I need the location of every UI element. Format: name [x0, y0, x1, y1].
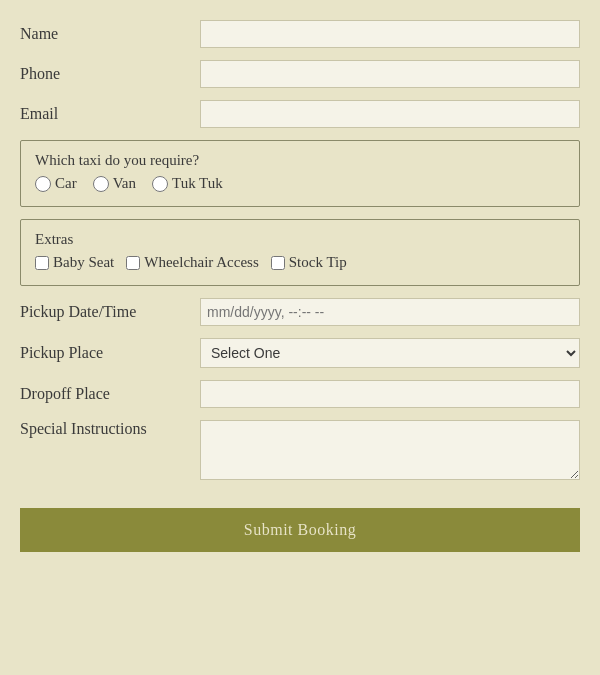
phone-row: Phone — [20, 60, 580, 88]
pickup-place-label: Pickup Place — [20, 344, 200, 362]
extra-wheelchair[interactable]: Wheelchair Access — [126, 254, 259, 271]
taxi-tuktuk-label: Tuk Tuk — [172, 175, 223, 192]
taxi-car-label: Car — [55, 175, 77, 192]
email-input[interactable] — [200, 100, 580, 128]
dropoff-place-input[interactable] — [200, 380, 580, 408]
extras-checkbox-group: Baby Seat Wheelchair Access Stock Tip — [35, 254, 565, 271]
booking-form: Name Phone Email Which taxi do you requi… — [20, 20, 580, 552]
taxi-option-car[interactable]: Car — [35, 175, 77, 192]
pickup-datetime-label: Pickup Date/Time — [20, 303, 200, 321]
taxi-type-legend: Which taxi do you require? — [31, 152, 203, 168]
pickup-place-select[interactable]: Select One Airport Train Station Hotel — [200, 338, 580, 368]
name-input[interactable] — [200, 20, 580, 48]
special-instructions-input[interactable] — [200, 420, 580, 480]
checkbox-stock-tip[interactable] — [271, 256, 285, 270]
phone-label: Phone — [20, 65, 200, 83]
dropoff-place-row: Dropoff Place — [20, 380, 580, 408]
taxi-radio-car[interactable] — [35, 176, 51, 192]
pickup-place-row: Pickup Place Select One Airport Train St… — [20, 338, 580, 368]
taxi-radio-tuktuk[interactable] — [152, 176, 168, 192]
checkbox-wheelchair[interactable] — [126, 256, 140, 270]
pickup-datetime-input[interactable] — [200, 298, 580, 326]
phone-input[interactable] — [200, 60, 580, 88]
taxi-option-van[interactable]: Van — [93, 175, 136, 192]
taxi-radio-van[interactable] — [93, 176, 109, 192]
wheelchair-label: Wheelchair Access — [144, 254, 259, 271]
extra-stock-tip[interactable]: Stock Tip — [271, 254, 347, 271]
baby-seat-label: Baby Seat — [53, 254, 114, 271]
pickup-datetime-row: Pickup Date/Time — [20, 298, 580, 326]
email-label: Email — [20, 105, 200, 123]
taxi-type-group: Which taxi do you require? Car Van Tuk T… — [20, 140, 580, 207]
special-instructions-row: Special Instructions — [20, 420, 580, 480]
dropoff-place-label: Dropoff Place — [20, 385, 200, 403]
stock-tip-label: Stock Tip — [289, 254, 347, 271]
submit-button[interactable]: Submit Booking — [20, 508, 580, 552]
extras-legend: Extras — [31, 231, 77, 247]
extra-baby-seat[interactable]: Baby Seat — [35, 254, 114, 271]
checkbox-baby-seat[interactable] — [35, 256, 49, 270]
taxi-option-tuktuk[interactable]: Tuk Tuk — [152, 175, 223, 192]
email-row: Email — [20, 100, 580, 128]
name-row: Name — [20, 20, 580, 48]
extras-group: Extras Baby Seat Wheelchair Access Stock… — [20, 219, 580, 286]
name-label: Name — [20, 25, 200, 43]
special-instructions-label: Special Instructions — [20, 420, 200, 438]
taxi-van-label: Van — [113, 175, 136, 192]
taxi-radio-group: Car Van Tuk Tuk — [35, 175, 565, 192]
